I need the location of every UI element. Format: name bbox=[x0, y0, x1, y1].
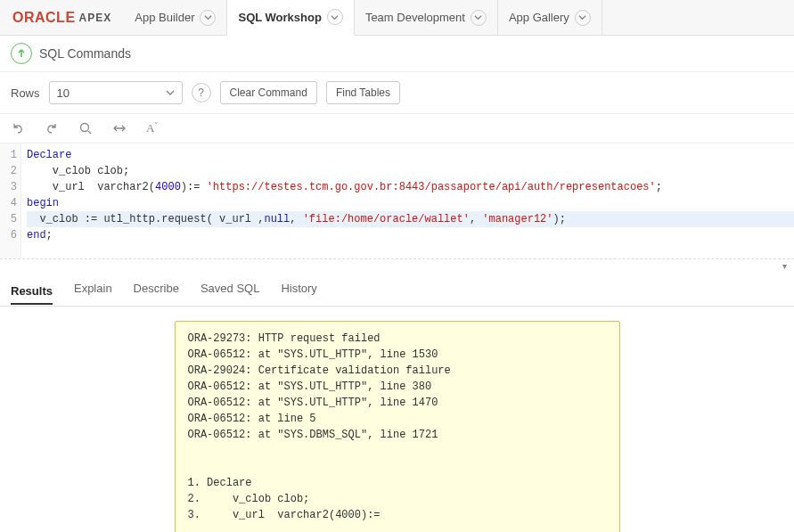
nav-label: App Gallery bbox=[509, 11, 569, 24]
svg-point-0 bbox=[81, 124, 89, 132]
code-line[interactable]: v_url varchar2(4000):= 'https://testes.t… bbox=[27, 179, 794, 195]
code-line[interactable]: end; bbox=[27, 227, 794, 243]
gutter: 123456 bbox=[0, 143, 21, 258]
code-lines[interactable]: Declare v_clob clob; v_url varchar2(4000… bbox=[21, 143, 794, 258]
nav-label: Team Development bbox=[365, 11, 465, 24]
toolbar: Rows 10 ? Clear Command Find Tables bbox=[0, 72, 794, 114]
font-size-icon[interactable]: A˅ bbox=[146, 121, 159, 135]
chevron-down-icon[interactable] bbox=[471, 10, 487, 26]
chevron-down-icon[interactable] bbox=[575, 10, 591, 26]
nav-label: App Builder bbox=[135, 11, 194, 24]
tab-results[interactable]: Results bbox=[11, 281, 53, 305]
tab-history[interactable]: History bbox=[281, 278, 316, 299]
code-line[interactable]: Declare bbox=[27, 147, 794, 163]
tab-saved-sql[interactable]: Saved SQL bbox=[201, 278, 260, 299]
logo-oracle: ORACLE bbox=[12, 10, 76, 26]
nav-app-gallery[interactable]: App Gallery bbox=[498, 0, 602, 35]
nav-team-development[interactable]: Team Development bbox=[355, 0, 498, 35]
code-line[interactable]: v_clob := utl_http.request( v_url ,null,… bbox=[27, 211, 794, 227]
chevron-down-icon[interactable] bbox=[327, 9, 343, 25]
logo-apex: APEX bbox=[79, 12, 112, 24]
undo-icon[interactable] bbox=[11, 121, 25, 135]
code-editor[interactable]: 123456 Declare v_clob clob; v_url varcha… bbox=[0, 143, 794, 259]
code-line[interactable]: v_clob clob; bbox=[27, 163, 794, 179]
rows-value: 10 bbox=[57, 86, 70, 100]
chevron-down-icon[interactable] bbox=[200, 10, 216, 26]
clear-command-button[interactable]: Clear Command bbox=[220, 81, 317, 104]
page-title: SQL Commands bbox=[39, 46, 131, 61]
nav-sql-workshop[interactable]: SQL Workshop bbox=[227, 0, 354, 36]
rows-label: Rows bbox=[11, 86, 40, 100]
splitter-handle[interactable]: ▾ bbox=[0, 259, 794, 271]
results-pane: ORA-29273: HTTP request failed ORA-06512… bbox=[0, 307, 794, 532]
nav-app-builder[interactable]: App Builder bbox=[124, 0, 227, 35]
arrow-up-icon[interactable] bbox=[11, 43, 32, 64]
tab-describe[interactable]: Describe bbox=[134, 278, 179, 299]
page-header: SQL Commands bbox=[0, 36, 794, 72]
nav-label: SQL Workshop bbox=[238, 11, 321, 24]
resize-icon[interactable] bbox=[112, 121, 127, 135]
search-icon[interactable] bbox=[78, 121, 93, 135]
redo-icon[interactable] bbox=[45, 121, 59, 135]
chevron-down-icon bbox=[166, 88, 175, 97]
tab-explain[interactable]: Explain bbox=[74, 278, 112, 299]
error-message: ORA-29273: HTTP request failed ORA-06512… bbox=[175, 321, 620, 532]
editor-toolbar: A˅ bbox=[0, 114, 794, 143]
rows-select[interactable]: 10 bbox=[49, 81, 183, 104]
logo[interactable]: ORACLE APEX bbox=[0, 0, 124, 35]
help-icon[interactable]: ? bbox=[192, 83, 211, 102]
find-tables-button[interactable]: Find Tables bbox=[326, 81, 400, 104]
top-nav: ORACLE APEX App Builder SQL Workshop Tea… bbox=[0, 0, 794, 36]
result-tabs: Results Explain Describe Saved SQL Histo… bbox=[0, 271, 794, 307]
code-line[interactable]: begin bbox=[27, 195, 794, 211]
